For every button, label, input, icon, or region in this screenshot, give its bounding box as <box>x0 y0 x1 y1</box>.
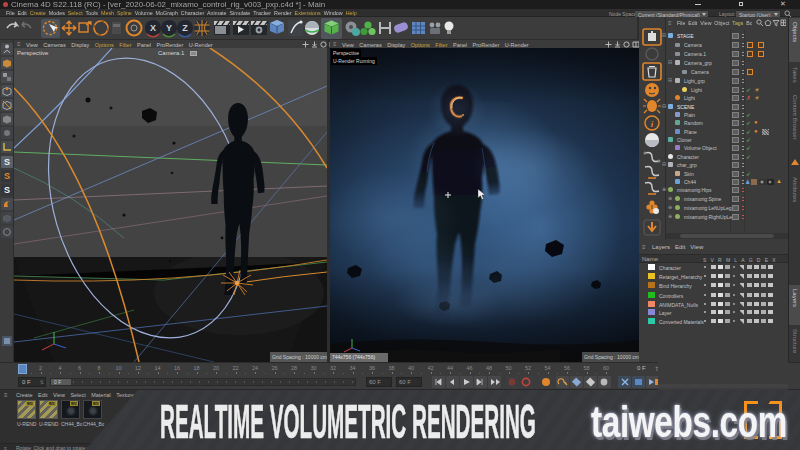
svg-text:S: S <box>4 171 10 181</box>
svg-text:S: S <box>4 185 10 195</box>
svg-text:Y: Y <box>166 23 172 33</box>
svg-text:i: i <box>651 119 654 129</box>
svg-text:S: S <box>4 157 10 167</box>
svg-text:Z: Z <box>182 23 188 33</box>
svg-text:X: X <box>150 23 156 33</box>
